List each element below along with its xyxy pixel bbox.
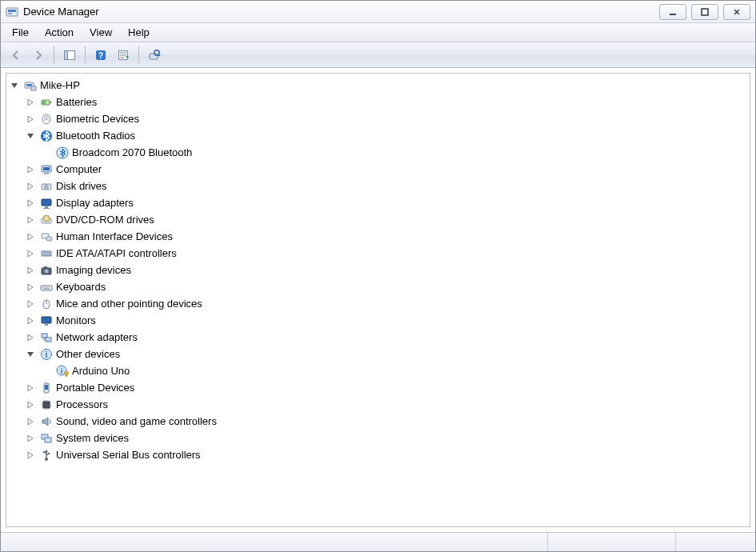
expand-collapse-icon[interactable] xyxy=(26,98,35,107)
menu-help[interactable]: Help xyxy=(120,24,158,41)
expand-collapse-icon[interactable] xyxy=(26,215,35,225)
portable-device-icon xyxy=(40,382,53,394)
tree-node-other[interactable]: i Other devices xyxy=(24,346,748,362)
toolbar-separator xyxy=(85,46,86,64)
computer-root-icon xyxy=(24,79,37,92)
expand-collapse-icon[interactable] xyxy=(26,182,35,191)
show-hide-console-tree-button[interactable] xyxy=(59,45,80,66)
svg-rect-43 xyxy=(42,334,47,338)
svg-rect-28 xyxy=(45,206,48,208)
minimize-button[interactable] xyxy=(659,4,686,20)
expand-collapse-icon[interactable] xyxy=(10,81,19,90)
scan-hardware-button[interactable] xyxy=(144,45,165,66)
properties-button[interactable] xyxy=(113,45,134,66)
tree-node-portable[interactable]: Portable Devices xyxy=(24,379,748,396)
svg-rect-1 xyxy=(8,10,16,12)
node-label: Mice and other pointing devices xyxy=(56,298,202,310)
svg-rect-3 xyxy=(670,14,676,15)
node-label: IDE ATA/ATAPI controllers xyxy=(56,247,177,259)
tree-node-processors[interactable]: Processors xyxy=(24,396,748,413)
help-button[interactable]: ? xyxy=(90,45,111,66)
expand-collapse-icon[interactable] xyxy=(26,450,35,460)
node-label: Other devices xyxy=(56,348,120,360)
tree-node-mice[interactable]: Mice and other pointing devices xyxy=(24,295,748,312)
node-label: DVD/CD-ROM drives xyxy=(56,214,154,226)
close-button[interactable] xyxy=(723,4,750,20)
svg-rect-10 xyxy=(150,54,158,59)
tree-node-disk[interactable]: Disk drives xyxy=(24,178,748,194)
biometric-icon xyxy=(40,113,53,126)
expand-collapse-icon[interactable] xyxy=(26,417,35,426)
computer-icon xyxy=(40,163,53,176)
back-button[interactable] xyxy=(6,45,26,66)
node-label: Portable Devices xyxy=(56,382,134,394)
unknown-device-warning-icon: i! xyxy=(56,365,69,378)
svg-text:i: i xyxy=(46,350,48,359)
svg-rect-38 xyxy=(44,266,47,268)
expand-collapse-icon[interactable] xyxy=(26,131,35,141)
node-label: Broadcom 2070 Bluetooth xyxy=(72,146,192,158)
expand-collapse-icon[interactable] xyxy=(26,299,35,309)
tree-node-keyboards[interactable]: Keyboards xyxy=(24,278,748,295)
expand-collapse-icon[interactable] xyxy=(26,165,35,174)
content-area: Mike-HP Batteries Biometric Devices xyxy=(1,68,755,532)
svg-point-56 xyxy=(43,450,45,452)
expand-collapse-icon[interactable] xyxy=(26,316,35,326)
menu-view[interactable]: View xyxy=(82,24,120,41)
menu-file[interactable]: File xyxy=(4,24,37,41)
tree-node-ide[interactable]: IDE ATA/ATAPI controllers xyxy=(24,245,748,262)
expand-collapse-icon[interactable] xyxy=(26,249,35,258)
tree-node-other-device[interactable]: i! Arduino Uno xyxy=(40,362,748,379)
expand-collapse-icon[interactable] xyxy=(26,383,35,393)
tree-node-computer[interactable]: Computer xyxy=(24,161,748,178)
expand-collapse-icon[interactable] xyxy=(26,232,35,242)
node-label: Sound, video and game controllers xyxy=(56,415,217,427)
svg-text:?: ? xyxy=(98,51,103,60)
expand-collapse-icon[interactable] xyxy=(26,266,35,275)
svg-rect-44 xyxy=(46,338,51,342)
tree-node-sound[interactable]: Sound, video and game controllers xyxy=(24,413,748,430)
toolbar-separator xyxy=(138,46,139,64)
expand-collapse-icon[interactable] xyxy=(26,350,35,359)
tree-node-network[interactable]: Network adapters xyxy=(24,329,748,346)
node-label: Batteries xyxy=(56,96,97,108)
tree-node-monitors[interactable]: Monitors xyxy=(24,312,748,329)
device-tree[interactable]: Mike-HP Batteries Biometric Devices xyxy=(6,73,750,527)
node-label: Display adapters xyxy=(56,197,134,209)
tree-node-imaging[interactable]: Imaging devices xyxy=(24,262,748,278)
status-cell xyxy=(1,533,547,551)
tree-node-hid[interactable]: Human Interface Devices xyxy=(24,228,748,245)
tree-node-display[interactable]: Display adapters xyxy=(24,194,748,211)
svg-rect-6 xyxy=(65,50,68,59)
tree-node-usb[interactable]: Universal Serial Bus controllers xyxy=(24,446,748,463)
maximize-button[interactable] xyxy=(691,4,718,20)
expand-collapse-icon[interactable] xyxy=(26,282,35,292)
expand-collapse-icon[interactable] xyxy=(26,400,35,410)
tree-node-dvd[interactable]: DVD/CD-ROM drives xyxy=(24,211,748,228)
svg-rect-52 xyxy=(43,402,50,408)
processor-icon xyxy=(40,398,53,411)
tree-node-root[interactable]: Mike-HP xyxy=(8,77,748,94)
tree-node-biometric[interactable]: Biometric Devices xyxy=(24,110,748,127)
tree-node-system[interactable]: System devices xyxy=(24,430,748,446)
expand-collapse-icon[interactable] xyxy=(26,333,35,342)
node-label: Arduino Uno xyxy=(72,365,130,377)
other-devices-icon: i xyxy=(40,348,53,361)
forward-button[interactable] xyxy=(28,45,49,66)
svg-point-32 xyxy=(46,218,47,219)
expand-collapse-icon[interactable] xyxy=(26,114,35,124)
svg-text:i: i xyxy=(61,367,63,375)
status-bar xyxy=(1,532,755,551)
expand-collapse-icon[interactable] xyxy=(26,198,35,208)
tree-node-bluetooth-device[interactable]: Broadcom 2070 Bluetooth xyxy=(40,144,748,161)
svg-rect-57 xyxy=(48,453,50,454)
node-label: Network adapters xyxy=(56,331,138,343)
node-label: Biometric Devices xyxy=(56,113,139,125)
menu-action[interactable]: Action xyxy=(37,24,82,41)
svg-rect-14 xyxy=(31,86,36,90)
network-icon xyxy=(40,331,53,344)
svg-rect-2 xyxy=(8,13,12,14)
tree-node-batteries[interactable]: Batteries xyxy=(24,94,748,110)
tree-node-bluetooth[interactable]: Bluetooth Radios xyxy=(24,127,748,144)
expand-collapse-icon[interactable] xyxy=(26,434,35,443)
